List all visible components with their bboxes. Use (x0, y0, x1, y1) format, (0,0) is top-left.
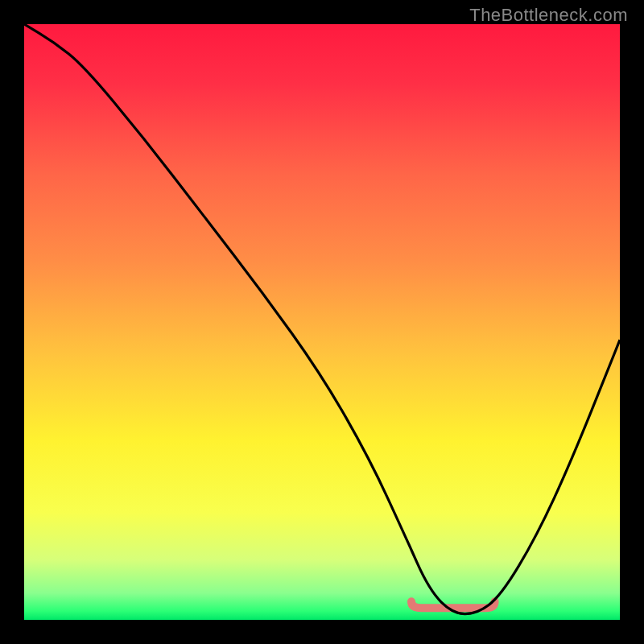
chart-frame: TheBottleneck.com (0, 0, 644, 644)
plot-area (24, 24, 620, 620)
bottleneck-curve (24, 24, 620, 614)
optimal-segment (411, 601, 495, 608)
watermark-text: TheBottleneck.com (469, 5, 628, 26)
chart-svg (24, 24, 620, 620)
